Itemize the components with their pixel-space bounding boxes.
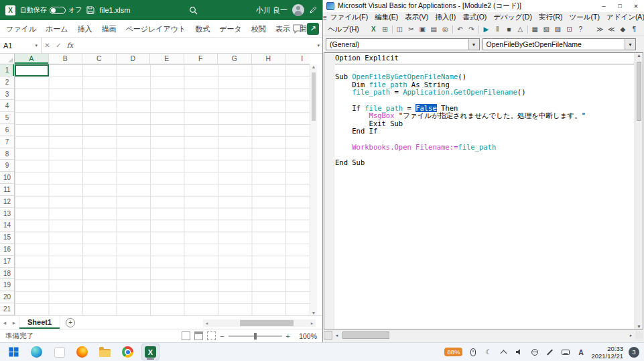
undo-icon[interactable]: ↶ [454,24,466,34]
insert-userform-icon[interactable]: ⊞ [379,24,391,34]
ribbon-tab[interactable]: データ [214,20,247,38]
ribbon-tab[interactable]: ページレイアウト [121,20,191,38]
cancel-icon[interactable]: ✕ [42,42,53,49]
comment-block-icon[interactable]: ¶ [629,24,640,34]
normal-view-icon[interactable] [182,331,190,340]
ime-icon[interactable]: A [576,347,586,357]
code-editor[interactable]: Option Explicit Sub OpenFileByGetOpenFil… [335,54,634,329]
ribbon-tab[interactable]: 数式 [190,20,214,38]
reset-icon[interactable]: ■ [503,24,515,34]
vb-menu-item[interactable]: 書式(O) [459,13,490,22]
zoom-in-icon[interactable]: + [286,332,290,340]
outdent-icon[interactable]: ≪ [606,24,617,34]
sheet-tab-sheet1[interactable]: Sheet1 [19,316,60,329]
scroll-down-icon[interactable]: ▼ [310,311,317,315]
vb-menu-item[interactable]: 実行(R) [535,13,566,22]
code-scroll-left-icon[interactable]: ◂ [332,333,341,338]
scroll-right-icon[interactable]: ▸ [308,321,316,326]
restore-button[interactable]: □ [612,0,628,12]
autosave-toggle[interactable]: 自動保存 オフ [20,5,82,15]
zoom-slider-thumb[interactable] [254,333,257,340]
column-header[interactable]: B [49,54,83,64]
zoom-out-icon[interactable]: − [220,332,224,340]
margin-indicator-bar[interactable] [324,53,334,329]
row-header[interactable]: 15 [0,231,14,244]
share-button[interactable]: ↗ [307,23,319,35]
column-header[interactable]: E [150,54,184,64]
bookmark-icon[interactable]: ◆ [617,24,629,34]
row-header[interactable]: 7 [0,136,14,148]
firefox-app[interactable] [73,344,91,360]
grid-vertical-scrollbar[interactable]: ▲ ▼ [310,64,317,315]
ribbon-tab[interactable]: 表示 [271,20,295,38]
pen-icon[interactable] [545,347,555,357]
edge-app[interactable] [27,344,46,360]
procedure-dropdown-arrow-icon[interactable]: ▼ [625,39,635,50]
add-sheet-button[interactable]: + [66,318,75,327]
row-header[interactable]: 4 [0,100,14,112]
view-excel-icon[interactable]: X [368,24,379,34]
row-header[interactable]: 18 [0,268,14,280]
procedure-dropdown[interactable]: OpenFileByGetOpenFileName ▼ [482,38,637,50]
white-app[interactable] [50,344,68,360]
code-scroll-up-icon[interactable]: ▲ [637,53,641,58]
start-button[interactable] [5,344,23,360]
enter-icon[interactable]: ✓ [53,42,64,49]
zoom-slider[interactable] [229,336,282,337]
redo-icon[interactable]: ↷ [466,24,477,34]
name-box-dropdown-icon[interactable]: ▾ [35,43,38,48]
volume-icon[interactable] [514,347,524,357]
code-vertical-scrollbar[interactable]: ▲ ▼ [635,53,643,329]
vb-menu-item[interactable]: 挿入(I) [432,13,459,22]
network-icon[interactable] [529,347,539,357]
explorer-app[interactable] [96,344,114,360]
row-header[interactable]: 13 [0,208,14,220]
find-icon[interactable]: ◎ [440,24,451,34]
row-header[interactable]: 19 [0,279,14,291]
mouse-icon[interactable] [468,347,478,357]
selected-cell-a1[interactable] [15,64,49,76]
ribbon-tab[interactable]: 描画 [97,20,121,38]
row-header[interactable]: 8 [0,148,14,160]
object-dropdown[interactable]: (General) ▼ [326,38,480,50]
design-mode-icon[interactable]: △ [515,24,526,34]
row-header[interactable]: 12 [0,196,14,208]
object-dropdown-arrow-icon[interactable]: ▼ [468,39,479,50]
save-icon[interactable]: ◫ [394,24,405,34]
properties-window-icon[interactable]: ▧ [541,24,552,34]
row-header[interactable]: 21 [0,303,14,315]
toolbox-icon[interactable]: ⊡ [564,24,575,34]
ribbon-tab[interactable]: 挿入 [73,20,97,38]
indent-icon[interactable]: ≫ [594,24,606,34]
clock[interactable]: 20:33 2021/12/21 [591,345,623,360]
grid-horizontal-scrollbar[interactable]: ◂ ▸ [203,319,316,327]
code-hscroll-thumb[interactable] [342,331,389,339]
select-all-corner[interactable] [0,54,15,64]
copy-icon[interactable]: ▣ [417,24,428,34]
chrome-app[interactable] [119,344,137,360]
search-icon[interactable] [189,6,198,15]
grid-hscroll-thumb[interactable] [240,320,294,326]
cells-area[interactable] [15,64,310,315]
grid-vscroll-thumb[interactable] [312,72,316,121]
page-layout-view-icon[interactable] [194,331,203,340]
keyboard-icon[interactable] [560,347,570,357]
column-header[interactable]: D [117,54,151,64]
row-header[interactable]: 6 [0,124,14,136]
column-header[interactable]: A [15,54,49,64]
column-header[interactable]: C [82,54,117,64]
vb-menu-item[interactable]: アドイン(A) [603,13,644,22]
zoom-level[interactable]: 100% [294,332,317,340]
sheet-nav-prev-icon[interactable]: ◂ [0,319,9,326]
vb-menu-item[interactable]: ファイル(F) [327,13,371,22]
code-scroll-right-icon[interactable]: ▸ [627,333,635,338]
ribbon-tab[interactable]: 校閲 [247,20,271,38]
row-header[interactable]: 3 [0,89,14,101]
sheet-nav-next-icon[interactable]: ▸ [9,319,19,326]
project-explorer-icon[interactable]: ▦ [529,24,541,34]
ribbon-tab[interactable]: ファイル [1,20,41,38]
avatar[interactable] [292,4,304,16]
vb-menu-item[interactable]: 編集(E) [371,13,401,22]
column-header[interactable]: G [218,54,252,64]
save-icon[interactable] [86,6,94,14]
